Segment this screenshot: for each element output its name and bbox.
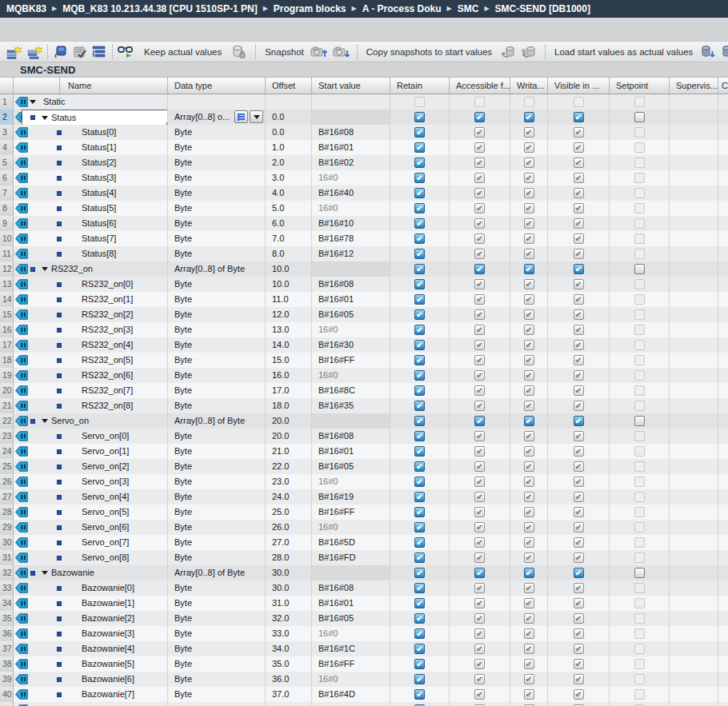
name-cell[interactable]: Servo_on[7] [14,535,168,550]
copy-snapshot-all-button[interactable] [521,43,538,61]
name-cell[interactable]: Bazowanie[0] [14,580,168,596]
name-cell[interactable]: Bazowanie[1] [14,596,168,611]
retain-checkbox[interactable]: ✔ [414,173,425,183]
name-cell[interactable]: RS232_on[3] [14,322,168,337]
data-type-cell[interactable]: Byte [168,505,266,520]
row-number[interactable]: 28 [0,505,14,520]
retain-checkbox[interactable]: ✔ [414,431,425,441]
row-number[interactable]: 35 [0,611,14,626]
row-number[interactable] [0,702,14,706]
start-value-cell[interactable]: B#16#8C [312,383,390,398]
data-type-cell[interactable]: Byte [168,155,266,170]
start-value-cell[interactable]: B#16#FF [312,656,390,672]
data-type-cell[interactable]: Byte [168,170,266,185]
writable-checkbox[interactable]: ✔ [524,568,534,578]
type-dropdown-button[interactable] [250,110,263,123]
header-retain[interactable]: Retain [390,78,450,94]
row-number[interactable]: 19 [0,368,14,383]
start-value-cell[interactable]: B#16#01 [312,444,390,459]
row-number[interactable]: 33 [0,580,14,596]
copy-snapshot-single-button[interactable] [500,43,518,61]
name-cell[interactable]: Servo_on [14,413,168,429]
name-cell[interactable]: RS232_on[8] [14,398,168,413]
data-type-cell[interactable] [168,94,266,110]
retain-checkbox[interactable]: ✔ [414,188,425,198]
accessible-checkbox[interactable]: ✔ [474,264,485,274]
name-cell[interactable]: Servo_on[8] [14,550,168,565]
header-accessible[interactable]: Accessible f... [450,78,510,94]
row-number[interactable]: 6 [0,170,14,185]
name-cell[interactable]: RS232_on[1] [14,292,168,307]
start-value-cell[interactable]: B#16#01 [312,140,390,155]
row-number[interactable]: 22 [0,413,14,429]
name-cell[interactable]: Servo_on[0] [14,429,168,444]
retain-checkbox[interactable]: ✔ [414,644,425,654]
writable-checkbox[interactable]: ✔ [524,264,534,274]
row-number[interactable]: 11 [0,246,14,261]
retain-checkbox[interactable]: ✔ [414,249,425,259]
name-cell[interactable]: Status[0] [14,125,168,140]
name-cell[interactable] [14,702,168,706]
start-value-cell[interactable]: 16#0 [312,170,390,185]
row-number[interactable]: 18 [0,353,14,368]
collapse-icon[interactable] [42,571,48,575]
data-type-cell[interactable]: Byte [168,292,266,307]
name-cell[interactable]: RS232_on[4] [14,337,168,353]
start-value-cell[interactable]: B#16#10 [312,216,390,231]
row-number[interactable]: 13 [0,277,14,292]
name-cell[interactable]: Bazowanie[7] [14,687,168,702]
name-cell[interactable]: RS232_on[7] [14,383,168,398]
data-type-cell[interactable]: Byte [168,368,266,383]
data-type-cell[interactable]: Byte [168,459,266,474]
retain-checkbox[interactable]: ✔ [414,158,425,168]
data-type-cell[interactable]: Byte [168,641,266,656]
start-value-cell[interactable]: B#16#FF [312,353,390,368]
row-number[interactable]: 17 [0,337,14,353]
row-number[interactable]: 3 [0,125,14,140]
start-value-cell[interactable]: B#16#08 [312,580,390,596]
row-number[interactable]: 2 [0,110,14,125]
start-value-cell[interactable]: B#16#02 [312,155,390,170]
collapse-icon[interactable] [30,100,36,104]
start-value-cell[interactable]: B#16#78 [312,231,390,246]
row-number[interactable]: 10 [0,231,14,246]
breadcrumb-item-project[interactable]: MQBK83 [6,3,46,14]
row-number[interactable]: 12 [0,261,14,277]
retain-checkbox[interactable]: ✔ [414,309,425,320]
name-cell[interactable]: RS232_on[0] [14,277,168,292]
start-value-cell[interactable]: B#16#19 [312,489,390,505]
start-value-cell[interactable]: B#16#35 [312,398,390,413]
insert-row-button[interactable] [5,43,22,61]
retain-checkbox[interactable]: ✔ [414,218,425,229]
retain-checkbox[interactable]: ✔ [414,598,425,608]
row-number[interactable]: 25 [0,459,14,474]
data-type-cell[interactable]: Byte [168,231,266,246]
retain-checkbox[interactable]: ✔ [414,264,425,274]
start-value-cell[interactable] [312,261,390,277]
header-start-value[interactable]: Start value [312,78,390,94]
data-type-cell[interactable]: Byte [168,277,266,292]
visible-checkbox[interactable]: ✔ [574,568,584,578]
name-cell[interactable]: Servo_on[6] [14,520,168,535]
row-number[interactable]: 34 [0,596,14,611]
retain-checkbox[interactable]: ✔ [414,537,425,548]
breadcrumb-item-program-blocks[interactable]: Program blocks [274,3,346,14]
start-value-cell[interactable]: B#16#05 [312,611,390,626]
retain-checkbox[interactable]: ✔ [414,355,425,365]
data-type-cell[interactable]: Byte [168,216,266,231]
retain-checkbox[interactable]: ✔ [414,674,425,684]
start-value-cell[interactable] [312,413,390,429]
row-number[interactable]: 16 [0,322,14,337]
data-type-cell[interactable]: Byte [168,307,266,322]
name-cell[interactable]: Status[5] [14,201,168,216]
row-number[interactable]: 14 [0,292,14,307]
retain-checkbox[interactable]: ✔ [414,689,425,700]
setpoint-checkbox[interactable] [634,416,645,426]
row-number[interactable]: 32 [0,565,14,580]
start-value-cell[interactable]: B#16#01 [312,292,390,307]
data-type-cell[interactable]: Byte [168,201,266,216]
browse-type-button[interactable] [234,110,248,123]
header-name[interactable]: Name [60,78,168,94]
name-cell[interactable]: RS232_on [14,261,168,277]
monitor-all-button[interactable] [117,43,134,61]
